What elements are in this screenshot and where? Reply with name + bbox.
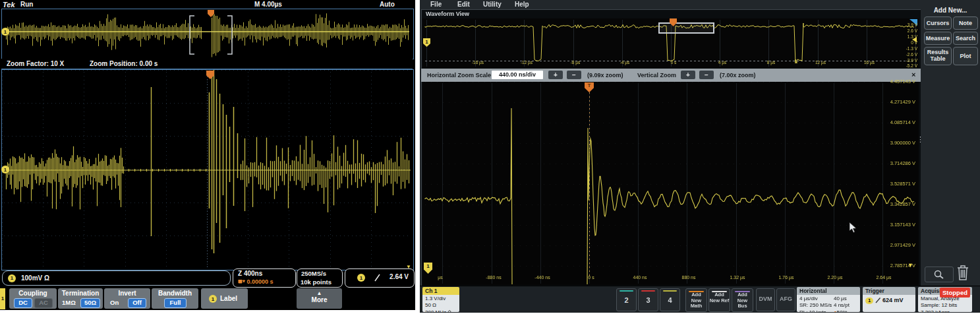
left-scope-screen: Tek Run M 4.00µs Auto 1 Zoom Factor: 10 …: [0, 0, 415, 310]
horizontal-zoom-scale-label: Horizontal Zoom Scale: [427, 72, 491, 78]
add-new-math-button[interactable]: Add New Math: [685, 288, 707, 312]
volt-axis-label: 3.900000 V: [868, 140, 915, 146]
label-menu-button[interactable]: 1 Label: [201, 288, 248, 309]
left-zoom-window[interactable]: [1, 69, 414, 270]
termination-1m-option[interactable]: 1MΩ: [62, 299, 76, 306]
trigger-title: Trigger: [863, 287, 915, 295]
channel-1-settings-badge[interactable]: Ch 1 1.3 V/div 50 Ω 200 MHz: [422, 287, 459, 312]
horizontal-zoom-readout: (9.09x zoom): [587, 72, 623, 78]
channel-3-button[interactable]: 3: [638, 288, 658, 311]
horizontal-duration: 40 µs: [834, 296, 847, 302]
termination-label: Termination: [58, 288, 103, 297]
more-menu-button[interactable]: ▲ More: [297, 288, 342, 309]
vertical-zoom-decrease-button[interactable]: −: [699, 71, 714, 79]
acquisition-readout-box[interactable]: 250MS/s 10k points: [297, 268, 343, 288]
overview-volt-label: -5.2 V: [891, 63, 917, 68]
volt-axis-label: 2.971429 V: [868, 242, 915, 248]
termination-menu-button[interactable]: Termination 1MΩ 50Ω: [58, 288, 103, 309]
overview-time-label: 4 µs: [706, 60, 739, 65]
tek-logo: Tek: [3, 1, 15, 9]
invert-on-option[interactable]: On: [110, 299, 119, 306]
overview-time-label: -12 µs: [510, 60, 543, 65]
coupling-label: Coupling: [9, 288, 57, 297]
termination-50-option[interactable]: 50Ω: [80, 298, 100, 308]
overview-volt-label: -1.3 V: [891, 46, 917, 51]
invert-label: Invert: [104, 288, 150, 297]
channel-1-title: Ch 1: [422, 287, 459, 295]
channel-1-badge: 1: [8, 274, 16, 282]
time-axis-label: µs: [424, 275, 457, 280]
left-overview-window[interactable]: [1, 9, 414, 59]
channel-menu-tab[interactable]: 1: [0, 288, 5, 309]
volt-axis-label: 3.528571 V: [868, 181, 915, 187]
coupling-dc-option[interactable]: DC: [14, 298, 32, 308]
channel-2-button[interactable]: 2: [616, 288, 637, 311]
overview-volt-label: 3.9 V: [891, 22, 917, 27]
add-results-table-button[interactable]: Results Table: [924, 47, 952, 65]
add-new-bus-button[interactable]: Add New Bus: [732, 288, 753, 312]
time-axis-label: 2.64 µs: [867, 275, 900, 280]
volt-axis-label: 4.457143 V: [868, 78, 915, 84]
channel-4-button[interactable]: 4: [660, 288, 680, 311]
stopped-run-status-button[interactable]: Stopped: [940, 288, 970, 298]
zoom-mode-button[interactable]: [925, 267, 954, 282]
horizontal-zoom-increase-button[interactable]: +: [548, 71, 563, 79]
add-new-title: Add New...: [921, 7, 980, 14]
time-axis-label: 1.32 µs: [721, 275, 754, 280]
vertical-zoom-increase-button[interactable]: +: [681, 71, 695, 79]
trigger-level-readout: 2.64 V: [389, 273, 409, 280]
mouse-cursor: [849, 222, 857, 234]
acquisition-count: 7.293 kAcqs: [921, 309, 969, 312]
add-measure-button[interactable]: Measure: [924, 32, 952, 45]
coupling-menu-button[interactable]: Coupling DC AC: [9, 288, 57, 309]
menu-utility[interactable]: Utility: [483, 1, 502, 8]
add-search-button[interactable]: Search: [953, 32, 978, 45]
right-scope-screen: File Edit Utility Help Waveform View 1 3…: [420, 0, 980, 312]
invert-menu-button[interactable]: Invert On Off: [104, 288, 150, 309]
afg-button[interactable]: AFG: [776, 288, 795, 311]
horizontal-settings-badge[interactable]: Horizontal 4 µs/div40 µs SR: 250 MS/s4 n…: [797, 287, 860, 312]
acquisition-sample: Sample: 12 bits: [921, 302, 969, 309]
bandwidth-menu-button[interactable]: Bandwidth Full: [152, 288, 198, 309]
add-cursors-button[interactable]: Cursors: [924, 16, 952, 30]
menu-file[interactable]: File: [430, 1, 442, 8]
add-plot-button[interactable]: Plot: [953, 47, 978, 65]
overview-volt-label: -3.9 V: [891, 58, 917, 63]
zoom-region-box[interactable]: [658, 22, 714, 34]
record-length-readout: 10k points: [301, 278, 331, 286]
add-new-ref-button[interactable]: Add New Ref: [708, 288, 730, 312]
sample-rate: SR: 250 MS/s: [799, 302, 834, 309]
close-zoom-bar-icon[interactable]: ×: [911, 71, 915, 78]
trigger-level-indicator-icon: ▼: [406, 264, 411, 270]
zoom-scale-readout-box[interactable]: Z 400ns 0.00000 s: [233, 268, 296, 288]
channel-readout-box[interactable]: 1 100mV Ω: [2, 270, 231, 286]
vertical-zoom-label: Vertical Zoom: [637, 72, 676, 78]
bandwidth-full-option[interactable]: Full: [164, 298, 187, 308]
menu-edit[interactable]: Edit: [457, 1, 470, 8]
trigger-readout-box[interactable]: 1 2.64 V: [345, 268, 415, 288]
trash-icon[interactable]: [956, 264, 970, 281]
time-axis-label: 0 s: [575, 275, 608, 280]
invert-off-option[interactable]: Off: [128, 298, 146, 308]
coupling-ac-option[interactable]: AC: [34, 298, 53, 308]
horizontal-position: 50%: [837, 309, 848, 312]
zoom-position-label: Zoom Position: 0.00 s: [90, 60, 158, 67]
overview-time-label: -8 µs: [559, 60, 592, 65]
zoomed-waveform-view[interactable]: [422, 82, 919, 285]
rising-edge-icon: [374, 274, 381, 282]
trigger-settings-badge[interactable]: Trigger 1 624 mV: [863, 287, 915, 312]
add-note-button[interactable]: Note: [953, 16, 978, 30]
volt-axis-label: 4.085714 V: [868, 119, 915, 125]
sample-rate-readout: 250MS/s: [301, 270, 326, 277]
time-axis-label: 2.20 µs: [819, 275, 851, 280]
zoom-info-bar: Zoom Factor: 10 X Zoom Position: 0.00 s: [1, 59, 413, 69]
menu-help[interactable]: Help: [515, 1, 529, 8]
trigger-mode-readout: Auto: [380, 1, 395, 8]
horizontal-zoom-decrease-button[interactable]: −: [567, 71, 581, 79]
dvm-button[interactable]: DVM: [756, 288, 775, 311]
channel-scale-readout: 100mV Ω: [21, 274, 49, 282]
overview-time-label: 16 µs: [853, 60, 886, 65]
horizontal-zoom-scale-value[interactable]: 440.00 ns/div: [492, 71, 543, 79]
channel-1-bandwidth: 200 MHz: [425, 309, 446, 312]
overview-time-label: -4 µs: [608, 60, 641, 65]
